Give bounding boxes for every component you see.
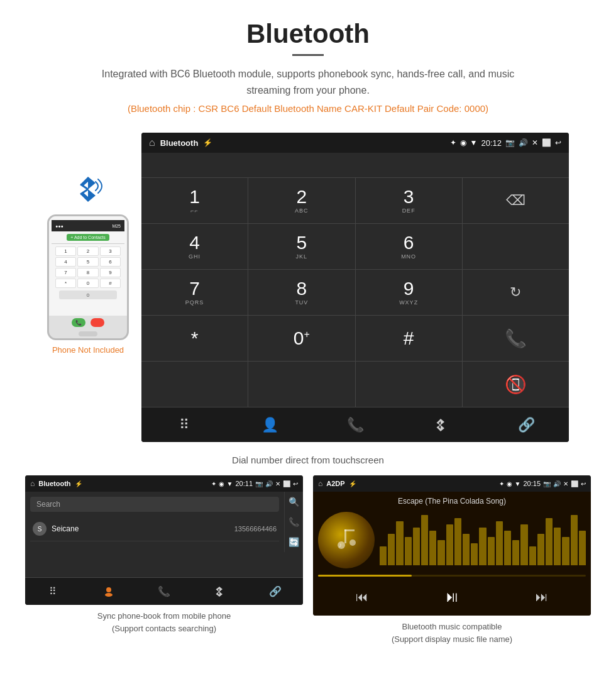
equalizer-bars — [380, 512, 586, 568]
music-vol-icon: 🔊 — [553, 480, 561, 487]
title-underline — [292, 54, 324, 56]
music-status-right: ✦ ◉ ▼ 20:15 📷 🔊 ✕ ⬜ ↩ — [499, 480, 586, 487]
pb-back-icon[interactable]: ↩ — [293, 480, 298, 487]
key-refresh[interactable]: ↻ — [463, 270, 569, 315]
key-hash[interactable]: # — [356, 316, 462, 361]
svg-marker-10 — [216, 587, 223, 592]
bottom-grid — [141, 362, 248, 407]
status-bar-right: ✦ ◉ ▼ 20:12 📷 🔊 ✕ ⬜ ↩ — [450, 138, 561, 148]
svg-marker-5 — [437, 425, 444, 431]
key-call-green[interactable]: 📞 — [463, 316, 569, 361]
key-8[interactable]: 8 TUV — [248, 270, 355, 315]
call-button: 📞 — [72, 318, 85, 327]
progress-bar-track — [318, 575, 586, 577]
key-0[interactable]: 0+ — [248, 316, 355, 361]
status-bar-left: ⌂ Bluetooth ⚡ — [149, 137, 212, 148]
key-call-red[interactable]: 📵 — [463, 362, 569, 407]
key-1[interactable]: 1 ⌐⌐ — [141, 178, 248, 223]
music-note-icon: ♪ — [334, 526, 359, 554]
contact-initial: S — [33, 522, 47, 536]
bottom-nav-bar: ⠿ 👤 📞 🔗 — [141, 407, 569, 442]
svg-rect-16 — [344, 529, 346, 543]
key-empty-1 — [463, 224, 569, 269]
pb-nav-bt[interactable] — [192, 578, 247, 605]
phonebook-main-area: Search S Seicane 13566664466 🔍 📞 🔄 — [25, 492, 303, 552]
bluetooth-status-icon: ✦ — [450, 138, 456, 147]
pb-nav-dialpad[interactable]: ⠿ — [25, 578, 80, 605]
dial-android-screen: ⌂ Bluetooth ⚡ ✦ ◉ ▼ 20:12 📷 🔊 ✕ ⬜ ↩ — [141, 133, 569, 442]
pb-sig-icon: ▼ — [227, 480, 233, 487]
close-icon: ✕ — [532, 138, 538, 147]
album-art: ♪ — [318, 512, 375, 568]
key-4[interactable]: 4 GHI — [141, 224, 248, 269]
key-7[interactable]: 7 PQRS — [141, 270, 248, 315]
add-contacts-label: + Add to Contacts — [67, 234, 109, 241]
bluetooth-wave-icon — [69, 170, 107, 214]
dial-status-bar: ⌂ Bluetooth ⚡ ✦ ◉ ▼ 20:12 📷 🔊 ✕ ⬜ ↩ — [141, 133, 569, 153]
contact-name: Seicane — [52, 524, 234, 533]
svg-point-9 — [105, 593, 113, 597]
nav-contacts[interactable]: 👤 — [227, 407, 312, 442]
music-back-icon[interactable]: ↩ — [581, 480, 586, 487]
music-bt-icon: ✦ — [499, 480, 504, 487]
next-button[interactable]: ⏭ — [536, 590, 548, 604]
prev-button[interactable]: ⏮ — [356, 590, 368, 604]
music-usb-icon: ⚡ — [349, 480, 356, 487]
dialpad-grid: 1 ⌐⌐ 2 ABC 3 DEF ⌫ 4 GHI 5 JKL — [141, 178, 569, 407]
end-call-button — [91, 318, 104, 327]
status-time: 20:12 — [481, 138, 502, 148]
window-icon: ⬜ — [542, 138, 551, 147]
pb-nav-link[interactable]: 🔗 — [248, 578, 303, 605]
phonebook-app-name: Bluetooth — [38, 480, 70, 487]
camera-icon: 📷 — [505, 138, 515, 147]
key-3[interactable]: 3 DEF — [356, 178, 462, 223]
contact-number: 13566664466 — [234, 525, 277, 533]
svg-marker-4 — [437, 419, 444, 425]
phone-screen: ●●● M25 + Add to Contacts 1 2 3 4 5 6 7 … — [49, 216, 127, 316]
svg-text:♪: ♪ — [339, 541, 342, 548]
music-home-icon[interactable]: ⌂ — [318, 479, 322, 488]
nav-phone[interactable]: 📞 — [312, 407, 398, 442]
pb-search-icon[interactable]: 🔍 — [289, 497, 299, 507]
phonebook-status-right: ✦ ◉ ▼ 20:11 📷 🔊 ✕ ⬜ ↩ — [211, 480, 298, 487]
search-bar[interactable]: Search — [30, 497, 279, 512]
nav-link[interactable]: 🔗 — [483, 407, 569, 442]
pb-bt-icon: ✦ — [211, 480, 216, 487]
phonebook-home-icon[interactable]: ⌂ — [30, 479, 35, 488]
phonebook-icons-col: 🔍 📞 🔄 — [284, 492, 303, 552]
home-icon[interactable]: ⌂ — [149, 137, 155, 148]
pb-sync-icon[interactable]: 🔄 — [289, 537, 299, 547]
play-pause-button[interactable]: ⏯ — [444, 588, 459, 606]
nav-bluetooth[interactable] — [398, 407, 483, 442]
phonebook-status-bar: ⌂ Bluetooth ⚡ ✦ ◉ ▼ 20:11 📷 🔊 ✕ ⬜ ↩ — [25, 475, 303, 492]
phone-illustration: ●●● M25 + Add to Contacts 1 2 3 4 5 6 7 … — [47, 133, 129, 355]
back-icon[interactable]: ↩ — [555, 138, 561, 147]
phonebook-screen: ⌂ Bluetooth ⚡ ✦ ◉ ▼ 20:11 📷 🔊 ✕ ⬜ ↩ — [25, 475, 303, 605]
key-9[interactable]: 9 WXYZ — [356, 270, 462, 315]
pb-nav-phone[interactable]: 📞 — [136, 578, 192, 605]
dial-caption: Dial number direct from touchscreen — [0, 448, 616, 475]
svg-marker-1 — [80, 189, 96, 202]
pb-call-icon[interactable]: 📞 — [289, 517, 299, 527]
pb-cam-icon: 📷 — [255, 480, 263, 487]
phonebook-status-left: ⌂ Bluetooth ⚡ — [30, 479, 82, 488]
key-delete[interactable]: ⌫ — [463, 178, 569, 223]
key-2[interactable]: 2 ABC — [248, 178, 355, 223]
svg-marker-11 — [216, 592, 223, 597]
bottom-grid-3 — [356, 362, 462, 407]
phone-device: ●●● M25 + Add to Contacts 1 2 3 4 5 6 7 … — [47, 214, 129, 340]
key-star[interactable]: * — [141, 316, 248, 361]
page-header: Bluetooth Integrated with BC6 Bluetooth … — [0, 0, 616, 133]
phonebook-block: ⌂ Bluetooth ⚡ ✦ ◉ ▼ 20:11 📷 🔊 ✕ ⬜ ↩ — [25, 475, 303, 645]
pb-vol-icon: 🔊 — [265, 480, 273, 487]
pb-nav-contacts[interactable] — [80, 578, 136, 605]
key-5[interactable]: 5 JKL — [248, 224, 355, 269]
phonebook-list-area: Search S Seicane 13566664466 — [25, 492, 284, 552]
svg-marker-0 — [80, 177, 96, 189]
contact-row[interactable]: S Seicane 13566664466 — [30, 517, 279, 541]
song-title: Escape (The Pina Colada Song) — [398, 497, 506, 506]
svg-point-15 — [349, 539, 356, 546]
pb-usb-icon: ⚡ — [75, 480, 82, 487]
key-6[interactable]: 6 MNO — [356, 224, 462, 269]
nav-dialpad[interactable]: ⠿ — [141, 407, 227, 442]
